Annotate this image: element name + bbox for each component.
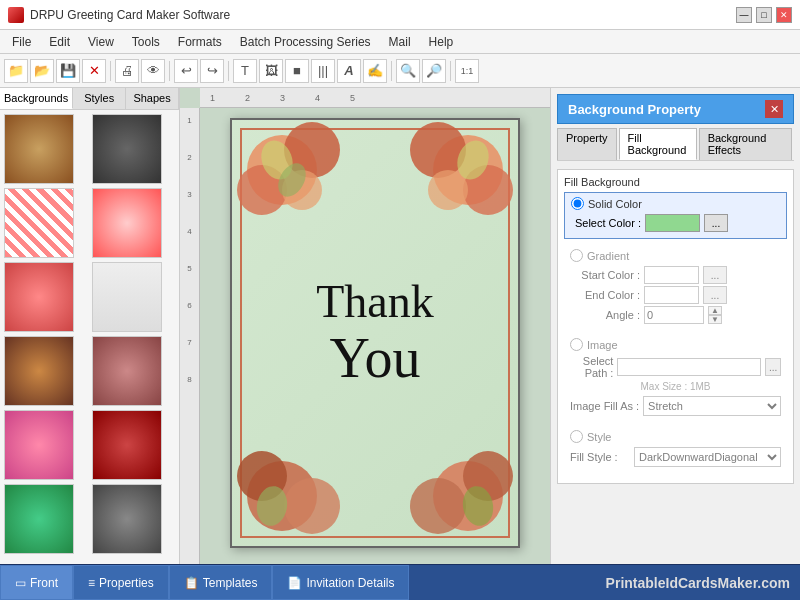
floral-tl [232, 120, 372, 260]
start-color-picker-button[interactable]: ... [703, 266, 727, 284]
close-button[interactable]: ✕ [776, 7, 792, 23]
front-icon: ▭ [15, 576, 26, 590]
angle-input[interactable] [644, 306, 704, 324]
select-color-label: Select Color : [571, 217, 641, 229]
tool-image[interactable]: 🖼 [259, 59, 283, 83]
separator-1 [110, 61, 111, 81]
end-color-swatch[interactable] [644, 286, 699, 304]
image-radio[interactable] [570, 338, 583, 351]
tool-shape[interactable]: ■ [285, 59, 309, 83]
tool-wordart[interactable]: A [337, 59, 361, 83]
solid-color-radio[interactable] [571, 197, 584, 210]
tool-text[interactable]: T [233, 59, 257, 83]
tab-templates[interactable]: 📋 Templates [169, 565, 273, 600]
fill-style-label: Fill Style : [570, 451, 630, 463]
tab-fill-background[interactable]: Fill Background [619, 128, 697, 160]
tool-signature[interactable]: ✍ [363, 59, 387, 83]
floral-bl [232, 406, 372, 546]
list-item[interactable] [4, 114, 74, 184]
tool-preview[interactable]: 👁 [141, 59, 165, 83]
list-item[interactable] [92, 114, 162, 184]
style-label: Style [587, 431, 611, 443]
tool-print[interactable]: 🖨 [115, 59, 139, 83]
fill-as-label: Image Fill As : [570, 400, 639, 412]
end-color-picker-button[interactable]: ... [703, 286, 727, 304]
maximize-button[interactable]: □ [756, 7, 772, 23]
list-item[interactable] [92, 410, 162, 480]
list-item[interactable] [4, 262, 74, 332]
fill-style-select[interactable]: DarkDownwardDiagonal Horizontal Vertical… [634, 447, 781, 467]
menu-formats[interactable]: Formats [170, 33, 230, 51]
list-item[interactable] [92, 188, 162, 258]
panel-header: Background Property ✕ [557, 94, 794, 124]
start-color-swatch[interactable] [644, 266, 699, 284]
minimize-button[interactable]: — [736, 7, 752, 23]
style-section: Style Fill Style : DarkDownwardDiagonal … [564, 426, 787, 471]
tool-zoom-100[interactable]: 1:1 [455, 59, 479, 83]
fill-as-select[interactable]: Stretch Tile Center Fit [643, 396, 781, 416]
window-controls[interactable]: — □ ✕ [736, 7, 792, 23]
tab-front[interactable]: ▭ Front [0, 565, 73, 600]
list-item[interactable] [92, 262, 162, 332]
title-bar: DRPU Greeting Card Maker Software — □ ✕ [0, 0, 800, 30]
path-picker-button[interactable]: ... [765, 358, 781, 376]
tab-properties[interactable]: ≡ Properties [73, 565, 169, 600]
solid-color-swatch[interactable] [645, 214, 700, 232]
tool-save[interactable]: 💾 [56, 59, 80, 83]
menu-mail[interactable]: Mail [381, 33, 419, 51]
gradient-radio[interactable] [570, 249, 583, 262]
menu-help[interactable]: Help [421, 33, 462, 51]
solid-color-picker-button[interactable]: ... [704, 214, 728, 232]
panel-tabs: Backgrounds Styles Shapes [0, 88, 179, 110]
menu-file[interactable]: File [4, 33, 39, 51]
separator-5 [450, 61, 451, 81]
tool-delete[interactable]: ✕ [82, 59, 106, 83]
tab-shapes[interactable]: Shapes [126, 88, 179, 109]
list-item[interactable] [92, 336, 162, 406]
tool-redo[interactable]: ↪ [200, 59, 224, 83]
fill-bg-label: Fill Background [564, 176, 787, 188]
panel-close-button[interactable]: ✕ [765, 100, 783, 118]
menu-batch[interactable]: Batch Processing Series [232, 33, 379, 51]
svg-point-13 [284, 478, 340, 534]
tool-undo[interactable]: ↩ [174, 59, 198, 83]
max-size-label: Max Size : 1MB [570, 381, 781, 392]
tab-backgrounds[interactable]: Backgrounds [0, 88, 73, 109]
tool-open[interactable]: 📂 [30, 59, 54, 83]
list-item[interactable] [4, 336, 74, 406]
tool-zoom-out[interactable]: 🔍 [396, 59, 420, 83]
templates-icon: 📋 [184, 576, 199, 590]
list-item[interactable] [92, 484, 162, 554]
angle-up-button[interactable]: ▲ [708, 306, 722, 315]
image-label: Image [587, 339, 618, 351]
angle-down-button[interactable]: ▼ [708, 315, 722, 324]
tab-background-effects[interactable]: Background Effects [699, 128, 792, 160]
list-item[interactable] [4, 484, 74, 554]
path-input[interactable] [617, 358, 761, 376]
menu-view[interactable]: View [80, 33, 122, 51]
gradient-label: Gradient [587, 250, 629, 262]
card-canvas[interactable]: Thank You [230, 118, 520, 548]
menu-tools[interactable]: Tools [124, 33, 168, 51]
tool-new[interactable]: 📁 [4, 59, 28, 83]
list-item[interactable] [4, 188, 74, 258]
separator-3 [228, 61, 229, 81]
app-title: DRPU Greeting Card Maker Software [30, 8, 230, 22]
tab-styles[interactable]: Styles [73, 88, 126, 109]
ruler-top: 12345 [200, 88, 550, 108]
tool-barcode[interactable]: ||| [311, 59, 335, 83]
list-item[interactable] [4, 410, 74, 480]
invitation-label: Invitation Details [306, 576, 394, 590]
tab-property[interactable]: Property [557, 128, 617, 160]
toolbar: 📁 📂 💾 ✕ 🖨 👁 ↩ ↪ T 🖼 ■ ||| A ✍ 🔍 🔎 1:1 [0, 54, 800, 88]
tab-invitation[interactable]: 📄 Invitation Details [272, 565, 409, 600]
tool-zoom-in[interactable]: 🔎 [422, 59, 446, 83]
thank-text: Thank [316, 277, 434, 328]
svg-point-17 [410, 478, 466, 534]
end-color-label: End Color : [570, 289, 640, 301]
menu-edit[interactable]: Edit [41, 33, 78, 51]
angle-label: Angle : [570, 309, 640, 321]
panel-header-title: Background Property [568, 102, 701, 117]
solid-color-label: Solid Color [588, 198, 642, 210]
style-radio[interactable] [570, 430, 583, 443]
